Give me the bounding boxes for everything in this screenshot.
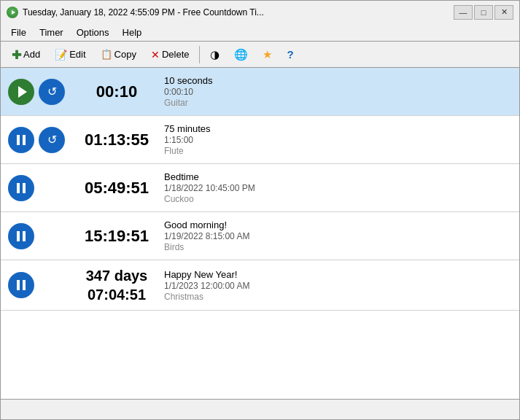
halfcircle-icon: ◑ (210, 48, 220, 61)
timer-time-4: 347 days 07:04:51 (77, 266, 157, 304)
edit-button[interactable]: 📝 Edit (49, 46, 91, 63)
repeat-button-0[interactable]: ↺ (39, 79, 65, 105)
row-controls-3 (8, 223, 34, 249)
timer-time-line1-4: 347 days (77, 266, 157, 285)
minimize-button[interactable]: — (454, 5, 473, 20)
help-button[interactable]: ? (281, 45, 299, 63)
timer-time-line2-4: 07:04:51 (77, 285, 157, 304)
pause-button-2[interactable] (8, 175, 34, 201)
timer-list: ↺ 00:10 10 seconds 0:00:10 Guitar ↺ 01:1… (0, 67, 520, 400)
copy-label: Copy (115, 49, 136, 60)
add-label: Add (23, 49, 40, 60)
timer-detail-1: 1:15:00 (164, 135, 211, 145)
timer-sound-1: Flute (164, 146, 211, 156)
pause-button-3[interactable] (8, 223, 34, 249)
timer-detail-0: 0:00:10 (164, 87, 213, 97)
menu-options[interactable]: Options (71, 26, 115, 39)
timer-sound-0: Guitar (164, 98, 213, 108)
table-row: 347 days 07:04:51 Happy New Year! 1/1/20… (1, 260, 519, 311)
timer-info-1: 75 minutes 1:15:00 Flute (164, 123, 211, 156)
row-controls-0: ↺ (8, 79, 65, 105)
menu-timer[interactable]: Timer (34, 26, 69, 39)
pause-icon-1 (17, 135, 26, 145)
table-row: 15:19:51 Good morning! 1/19/2022 8:15:00… (1, 212, 519, 260)
repeat-button-1[interactable]: ↺ (39, 127, 65, 153)
pause-icon-4 (17, 280, 26, 290)
globe-icon: 🌐 (234, 48, 248, 61)
title-bar-left: Tuesday, January 18, 2022 4:55:09 PM - F… (7, 7, 264, 18)
toolbar-separator (199, 46, 200, 63)
add-icon: ✚ (11, 50, 21, 60)
help-icon: ? (287, 48, 293, 61)
app-icon (7, 7, 18, 18)
timer-detail-4: 1/1/2023 12:00:00 AM (164, 281, 249, 291)
menu-bar: File Timer Options Help (0, 23, 520, 41)
timer-time-2: 05:49:51 (77, 179, 157, 198)
edit-icon: 📝 (55, 49, 67, 61)
timer-info-0: 10 seconds 0:00:10 Guitar (164, 75, 213, 108)
row-controls-2 (8, 175, 34, 201)
pause-button-1[interactable] (8, 127, 34, 153)
toolbar: ✚ Add 📝 Edit 📋 Copy ✕ Delete ◑ 🌐 ★ ? (0, 41, 520, 67)
globe-button[interactable]: 🌐 (228, 45, 254, 64)
timer-time-3: 15:19:51 (77, 227, 157, 246)
copy-button[interactable]: 📋 Copy (95, 46, 142, 63)
delete-label: Delete (162, 49, 190, 60)
status-bar (0, 400, 520, 420)
edit-label: Edit (69, 49, 85, 60)
pause-button-4[interactable] (8, 272, 34, 298)
timer-name-4: Happy New Year! (164, 269, 249, 280)
window-title: Tuesday, January 18, 2022 4:55:09 PM - F… (23, 7, 264, 18)
timer-sound-4: Christmas (164, 292, 249, 302)
pause-icon-3 (17, 231, 26, 241)
timer-name-0: 10 seconds (164, 75, 213, 86)
timer-detail-3: 1/19/2022 8:15:00 AM (164, 231, 249, 241)
star-icon: ★ (263, 48, 272, 61)
table-row: 05:49:51 Bedtime 1/18/2022 10:45:00 PM C… (1, 164, 519, 212)
add-button[interactable]: ✚ Add (5, 46, 46, 63)
maximize-button[interactable]: □ (474, 5, 493, 20)
menu-file[interactable]: File (5, 26, 32, 39)
timer-time-1: 01:13:55 (77, 131, 157, 149)
timer-name-1: 75 minutes (164, 123, 211, 134)
timer-detail-2: 1/18/2022 10:45:00 PM (164, 183, 255, 193)
timer-name-2: Bedtime (164, 171, 255, 182)
timer-sound-2: Cuckoo (164, 194, 255, 204)
delete-button[interactable]: ✕ Delete (145, 46, 195, 63)
menu-help[interactable]: Help (117, 26, 148, 39)
star-button[interactable]: ★ (257, 45, 278, 64)
title-bar-controls: — □ ✕ (454, 5, 513, 20)
table-row: ↺ 00:10 10 seconds 0:00:10 Guitar (1, 68, 519, 116)
pause-icon-2 (17, 183, 26, 193)
halfcircle-button[interactable]: ◑ (204, 45, 225, 64)
row-controls-1: ↺ (8, 127, 65, 153)
timer-info-4: Happy New Year! 1/1/2023 12:00:00 AM Chr… (164, 269, 249, 302)
copy-icon: 📋 (101, 49, 112, 60)
row-controls-4 (8, 272, 34, 298)
title-bar: Tuesday, January 18, 2022 4:55:09 PM - F… (0, 0, 520, 23)
play-button-0[interactable] (8, 79, 34, 105)
table-row: ↺ 01:13:55 75 minutes 1:15:00 Flute (1, 116, 519, 164)
timer-info-3: Good morning! 1/19/2022 8:15:00 AM Birds (164, 219, 249, 252)
timer-info-2: Bedtime 1/18/2022 10:45:00 PM Cuckoo (164, 171, 255, 204)
timer-time-0: 00:10 (77, 82, 157, 101)
close-button[interactable]: ✕ (494, 5, 513, 20)
timer-sound-3: Birds (164, 242, 249, 252)
timer-name-3: Good morning! (164, 219, 249, 230)
delete-icon: ✕ (151, 49, 160, 61)
